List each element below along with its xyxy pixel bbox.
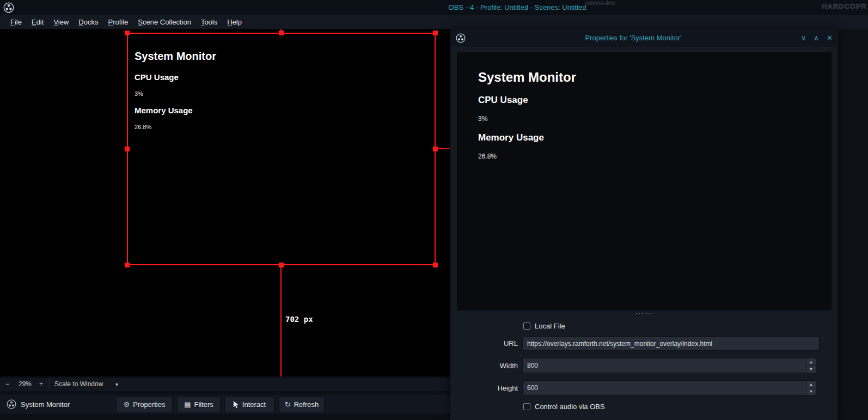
height-spin-up-icon[interactable]: ▲	[806, 381, 816, 388]
properties-dialog: Properties for 'System Monitor' ∨ ∧ ✕ Sy…	[450, 29, 838, 420]
source-toolbar: System Monitor ⚙ Properties ▤ Filters In…	[0, 394, 450, 414]
properties-dialog-title: Properties for 'System Monitor'	[466, 34, 801, 42]
menu-docks[interactable]: Docks	[74, 16, 103, 28]
preview-splitter-handle[interactable]: ······	[450, 311, 838, 316]
url-input[interactable]	[522, 336, 820, 351]
interact-button[interactable]: Interact	[224, 397, 274, 412]
selection-handle-top-left[interactable]	[125, 31, 130, 35]
preview-mem-label: Memory Usage	[478, 132, 544, 143]
height-spin-buttons: ▲ ▼	[806, 381, 816, 395]
obs-dialog-logo-icon	[456, 33, 466, 43]
scale-mode-caret-icon[interactable]: ▾	[115, 381, 118, 387]
selection-handle-bottom-right[interactable]	[433, 263, 438, 267]
selection-handle-mid-left[interactable]	[125, 147, 130, 151]
browser-source-icon	[7, 399, 16, 409]
width-spin-up-icon[interactable]: ▲	[806, 358, 816, 366]
zoom-level-value: 29%	[19, 380, 32, 388]
preview-cpu-value: 3%	[478, 115, 487, 123]
width-value[interactable]: 800	[523, 362, 806, 369]
url-label: URL	[450, 339, 518, 348]
properties-button-label: Properties	[133, 400, 165, 409]
height-label: Height	[450, 384, 518, 392]
width-label: Width	[450, 362, 518, 370]
menu-view[interactable]: View	[48, 16, 74, 28]
preview-overlay-title: System Monitor	[478, 70, 576, 85]
cursor-icon	[233, 401, 239, 409]
refresh-button[interactable]: ↻ Refresh	[279, 397, 325, 412]
obs-logo-icon	[3, 2, 14, 13]
interact-button-label: Interact	[242, 400, 266, 409]
width-stepper[interactable]: 800 ▲ ▼	[522, 358, 816, 373]
dialog-collapse-icon[interactable]: ∨	[801, 34, 806, 42]
refresh-button-label: Refresh	[294, 400, 319, 409]
control-audio-checkbox[interactable]	[523, 403, 530, 410]
properties-source-preview: System Monitor CPU Usage 3% Memory Usage…	[457, 52, 832, 311]
selection-guide-right	[436, 148, 450, 149]
dialog-expand-icon[interactable]: ∧	[814, 34, 820, 42]
height-value[interactable]: 600	[523, 384, 806, 392]
selection-measure-label: 702 px	[285, 315, 313, 324]
menu-bar: File Edit View Docks Profile Scene Colle…	[0, 15, 868, 29]
selection-measure-line	[280, 265, 282, 376]
zoom-out-button[interactable]: −	[5, 380, 9, 388]
watermark-text: HARDCOPR	[822, 2, 867, 10]
height-stepper[interactable]: 600 ▲ ▼	[522, 380, 816, 395]
menu-profile[interactable]: Profile	[103, 16, 133, 28]
background-artifact-text: nimeno-dme	[585, 0, 616, 6]
window-titlebar: OBS --4 - Profile: Untitled - Scenes: Un…	[0, 0, 868, 15]
width-spin-down-icon[interactable]: ▼	[806, 366, 816, 373]
local-file-checkbox[interactable]	[523, 322, 530, 330]
menu-scene-collection[interactable]: Scene Collection	[133, 16, 196, 28]
preview-cpu-label: CPU Usage	[478, 95, 528, 106]
filters-button[interactable]: ▤ Filters	[177, 397, 221, 412]
source-selection-rect[interactable]	[127, 33, 436, 265]
selection-handle-top-right[interactable]	[433, 31, 438, 35]
local-file-row: Local File	[523, 322, 565, 330]
zoom-toolbar-divider	[49, 379, 50, 389]
preview-mem-value: 26.8%	[478, 153, 497, 160]
properties-button[interactable]: ⚙ Properties	[116, 397, 173, 412]
main-area: System Monitor CPU Usage 3% Memory Usage…	[0, 29, 450, 420]
refresh-icon: ↻	[285, 400, 291, 409]
menu-help[interactable]: Help	[222, 16, 247, 28]
filters-icon: ▤	[184, 400, 191, 409]
local-file-label: Local File	[535, 322, 565, 330]
menu-tools[interactable]: Tools	[196, 16, 222, 28]
filters-button-label: Filters	[194, 400, 213, 409]
gear-icon: ⚙	[124, 400, 130, 409]
obs-window: { "titlebar": { "title": "OBS --4 - Prof…	[0, 0, 868, 420]
control-audio-row: Control audio via OBS	[523, 403, 605, 411]
selection-handle-top-center[interactable]	[279, 31, 284, 35]
menu-edit[interactable]: Edit	[27, 16, 48, 28]
zoom-in-button[interactable]: +	[39, 380, 43, 388]
selected-source-name[interactable]: System Monitor	[21, 400, 70, 409]
menu-file[interactable]: File	[5, 16, 27, 28]
properties-dialog-titlebar[interactable]: Properties for 'System Monitor' ∨ ∧ ✕	[450, 29, 838, 47]
width-spin-buttons: ▲ ▼	[806, 358, 816, 373]
selection-handle-bottom-left[interactable]	[125, 263, 130, 267]
preview-canvas[interactable]: System Monitor CPU Usage 3% Memory Usage…	[0, 29, 450, 376]
dialog-close-icon[interactable]: ✕	[827, 34, 833, 42]
control-audio-label: Control audio via OBS	[535, 403, 605, 411]
window-title: OBS --4 - Profile: Untitled - Scenes: Un…	[349, 3, 686, 11]
zoom-toolbar: − 29% + Scale to Window ▾	[0, 377, 450, 391]
height-spin-down-icon[interactable]: ▼	[806, 388, 816, 395]
scale-mode-dropdown[interactable]: Scale to Window	[54, 380, 103, 388]
